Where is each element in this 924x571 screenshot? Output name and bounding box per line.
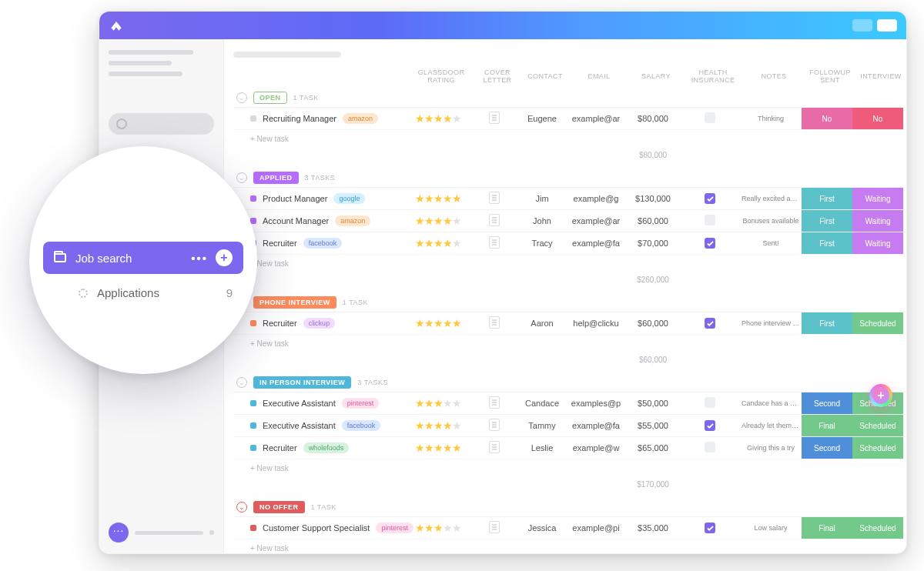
cover-letter-cell[interactable] — [470, 393, 518, 413]
cover-letter-cell[interactable] — [470, 189, 518, 209]
notes-cell[interactable]: Giving this a try — [740, 441, 802, 456]
new-task-button[interactable]: + New task — [233, 129, 906, 148]
followup-status[interactable]: Final — [802, 415, 852, 436]
contact-cell[interactable]: John — [518, 213, 566, 229]
column-header[interactable]: NOTES — [743, 72, 805, 80]
collapse-icon[interactable]: ⌄ — [236, 377, 247, 388]
column-header[interactable]: COVER LETTER — [474, 68, 521, 84]
task-name[interactable]: Recruiter — [263, 239, 297, 248]
cover-letter-cell[interactable] — [470, 109, 518, 129]
task-row[interactable]: Executive Assistant facebook ★★★★★ Tammy… — [233, 414, 906, 436]
contact-cell[interactable]: Leslie — [518, 440, 566, 456]
cover-letter-cell[interactable] — [470, 211, 518, 231]
company-tag[interactable]: google — [333, 193, 365, 204]
interview-status[interactable]: Scheduled — [852, 312, 903, 334]
rating-stars[interactable]: ★★★★★ — [406, 439, 470, 457]
salary-cell[interactable]: $80,000 — [626, 111, 680, 126]
checkbox-off-icon[interactable] — [705, 112, 715, 123]
checkbox-off-icon[interactable] — [705, 215, 715, 225]
interview-status[interactable]: Waiting — [852, 210, 903, 232]
notes-cell[interactable]: Thinking — [740, 112, 802, 126]
cover-letter-cell[interactable] — [470, 313, 518, 333]
collapse-icon[interactable]: ⌄ — [236, 92, 247, 103]
salary-cell[interactable]: $130,000 — [626, 191, 680, 206]
followup-status[interactable]: First — [802, 312, 852, 334]
new-task-button[interactable]: + New task — [233, 459, 906, 477]
list-row-applications[interactable]: Applications 9 — [43, 279, 243, 307]
task-row[interactable]: Recruiting Manager amazon ★★★★★ Eugene e… — [233, 107, 906, 129]
collapse-icon[interactable]: ⌄ — [236, 502, 247, 513]
task-row[interactable]: Recruiter facebook ★★★★★ Tracy example@f… — [233, 232, 906, 254]
rating-stars[interactable]: ★★★★★ — [406, 212, 470, 230]
email-cell[interactable]: example@ar — [566, 213, 626, 229]
notes-cell[interactable]: Already let them know — [740, 419, 802, 433]
email-cell[interactable]: example@w — [566, 440, 626, 456]
column-header[interactable]: HEALTH INSURANCE — [683, 68, 743, 84]
notes-cell[interactable]: Really excited about this one — [740, 192, 802, 206]
group-header[interactable]: ⌄ APPLIED 3 TASKS — [233, 169, 906, 187]
rating-stars[interactable]: ★★★★★ — [406, 189, 470, 208]
company-tag[interactable]: amazon — [343, 113, 378, 124]
checkbox-on-icon[interactable] — [705, 238, 715, 249]
rating-stars[interactable]: ★★★★★ — [406, 234, 470, 252]
task-name[interactable]: Executive Assistant — [263, 421, 336, 430]
status-pill[interactable]: NO OFFER — [253, 501, 305, 513]
cover-letter-cell[interactable] — [470, 416, 518, 436]
sidebar-search[interactable] — [109, 113, 214, 135]
followup-status[interactable]: First — [802, 232, 852, 254]
email-cell[interactable]: example@fa — [566, 418, 626, 433]
task-name[interactable]: Recruiting Manager — [263, 114, 336, 123]
company-tag[interactable]: clickup — [303, 318, 336, 329]
task-name[interactable]: Recruiter — [263, 319, 297, 328]
salary-cell[interactable]: $60,000 — [626, 316, 680, 331]
contact-cell[interactable]: Jim — [518, 191, 566, 206]
followup-status[interactable]: Final — [802, 517, 852, 539]
interview-status[interactable]: Waiting — [852, 188, 903, 209]
rating-stars[interactable]: ★★★★★ — [406, 109, 470, 128]
checkbox-on-icon[interactable] — [705, 420, 715, 431]
rating-stars[interactable]: ★★★★★ — [406, 394, 470, 412]
status-pill[interactable]: APPLIED — [253, 172, 299, 184]
company-tag[interactable]: wholefoods — [303, 442, 350, 453]
cover-letter-cell[interactable] — [470, 438, 518, 458]
new-task-button[interactable]: + New task — [233, 254, 906, 272]
interview-status[interactable]: Waiting — [852, 232, 903, 254]
task-name[interactable]: Executive Assistant — [263, 399, 336, 408]
rating-stars[interactable]: ★★★★★ — [406, 416, 470, 435]
contact-cell[interactable]: Jessica — [518, 520, 566, 536]
folder-row-job-search[interactable]: Job search ••• + — [43, 242, 243, 274]
salary-cell[interactable]: $35,000 — [626, 520, 680, 536]
company-tag[interactable]: facebook — [303, 238, 343, 249]
column-header[interactable]: GLASSDOOR RATING — [409, 68, 474, 84]
checkbox-on-icon[interactable] — [705, 318, 715, 329]
task-row[interactable]: Recruiter clickup ★★★★★ Aaron help@click… — [233, 312, 906, 334]
titlebar-pill[interactable] — [877, 19, 897, 32]
email-cell[interactable]: help@clicku — [566, 316, 626, 331]
interview-status[interactable]: No — [852, 108, 903, 129]
contact-cell[interactable]: Eugene — [518, 111, 566, 126]
cover-letter-cell[interactable] — [470, 233, 518, 253]
checkbox-on-icon[interactable] — [705, 523, 715, 533]
titlebar-pill[interactable] — [852, 19, 872, 32]
task-row[interactable]: Account Manager amazon ★★★★★ John exampl… — [233, 209, 906, 232]
email-cell[interactable]: example@g — [566, 191, 626, 206]
followup-status[interactable]: First — [802, 210, 852, 232]
notes-cell[interactable]: Phone interview went… — [740, 316, 802, 331]
interview-status[interactable]: Scheduled — [852, 437, 903, 459]
salary-cell[interactable]: $65,000 — [626, 440, 680, 456]
salary-cell[interactable]: $55,000 — [626, 418, 680, 433]
column-header[interactable]: FOLLOWUP SENT — [805, 68, 855, 84]
notes-cell[interactable]: Low salary — [740, 521, 802, 536]
task-row[interactable]: Executive Assistant pinterest ★★★★★ Cand… — [233, 392, 906, 414]
rating-stars[interactable]: ★★★★★ — [406, 519, 470, 537]
cover-letter-cell[interactable] — [470, 518, 518, 538]
email-cell[interactable]: example@ar — [566, 111, 626, 126]
group-header[interactable]: ⌄ OPEN 1 TASK — [233, 88, 906, 107]
company-tag[interactable]: facebook — [342, 420, 381, 431]
task-name[interactable]: Account Manager — [263, 216, 329, 225]
salary-cell[interactable]: $50,000 — [626, 396, 680, 411]
checkbox-off-icon[interactable] — [705, 442, 715, 452]
column-header[interactable]: SALARY — [629, 72, 683, 80]
add-list-button[interactable]: + — [216, 249, 233, 266]
notes-cell[interactable]: Candace has a dog named… — [740, 396, 802, 411]
